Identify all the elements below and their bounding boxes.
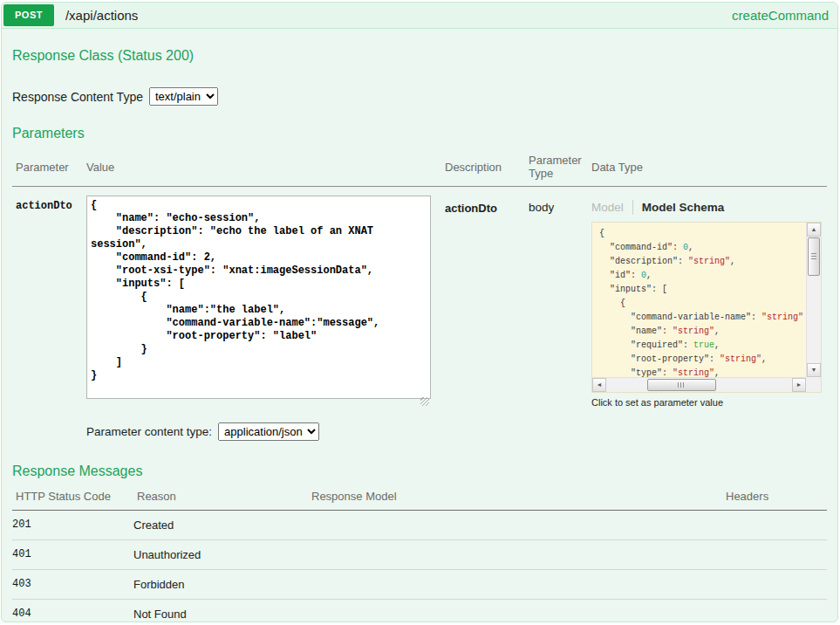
response-class-heading: Response Class (Status 200)	[12, 29, 827, 64]
http-method-badge[interactable]: POST	[3, 4, 54, 26]
scroll-up-icon[interactable]: ▲	[807, 223, 821, 237]
response-content-type-select[interactable]: text/plain	[149, 87, 218, 106]
col-http-status-code: HTTP Status Code	[16, 490, 137, 503]
col-response-model: Response Model	[311, 490, 726, 503]
scroll-down-icon[interactable]: ▼	[807, 363, 821, 377]
response-row: 401Unauthorized	[12, 540, 827, 570]
response-messages-heading: Response Messages	[12, 441, 827, 479]
parameter-value-cell	[86, 196, 431, 408]
parameter-content-type-label: Parameter content type:	[86, 425, 212, 438]
parameter-description: actionDto	[445, 196, 529, 408]
response-model-cell	[308, 548, 722, 561]
headers-cell	[722, 548, 827, 561]
vertical-scroll-thumb[interactable]	[808, 237, 820, 276]
schema-vertical-scrollbar[interactable]: ▲ ▼	[806, 223, 821, 377]
parameter-name: actionDto	[16, 196, 86, 408]
parameter-row: actionDto actionDto body Model Model Sch…	[12, 187, 827, 408]
scroll-left-icon[interactable]: ◄	[592, 378, 606, 392]
col-value: Value	[86, 161, 445, 174]
model-tabs: Model Model Schema	[591, 196, 827, 215]
model-schema-json[interactable]: { "command-id": 0, "description": "strin…	[592, 223, 806, 377]
schema-caption: Click to set as parameter value	[591, 397, 827, 408]
response-rows: 201Created401Unauthorized403Forbidden404…	[12, 511, 827, 622]
headers-cell	[722, 519, 827, 532]
response-row: 404Not Found	[12, 600, 827, 622]
parameter-type-value: body	[529, 196, 591, 408]
response-model-cell	[308, 519, 722, 532]
data-type-cell: Model Model Schema { "command-id": 0, "d…	[591, 196, 827, 408]
tab-divider	[632, 200, 633, 215]
status-code-cell: 201	[12, 519, 133, 532]
col-parameter: Parameter	[16, 161, 86, 174]
parameter-content-type-select[interactable]: application/json	[218, 422, 319, 441]
headers-cell	[722, 608, 827, 621]
response-content-type-row: Response Content Type text/plain	[12, 87, 827, 106]
endpoint-path-link[interactable]: /xapi/actions	[65, 8, 138, 23]
col-reason: Reason	[137, 490, 311, 503]
tab-model[interactable]: Model	[591, 201, 624, 214]
schema-horizontal-scrollbar[interactable]: ◄ ►	[592, 377, 806, 392]
operation-content: Response Class (Status 200) Response Con…	[2, 29, 837, 622]
operation-heading: POST /xapi/actions createCommand	[2, 3, 837, 29]
response-row: 403Forbidden	[12, 570, 827, 600]
tab-model-schema[interactable]: Model Schema	[642, 201, 725, 214]
reason-cell: Not Found	[133, 608, 308, 621]
response-model-cell	[308, 578, 722, 591]
response-content-type-label: Response Content Type	[12, 90, 143, 104]
param-value-textarea[interactable]	[86, 196, 431, 399]
col-data-type: Data Type	[591, 161, 827, 174]
reason-cell: Created	[133, 519, 308, 532]
response-row: 201Created	[12, 511, 827, 540]
horizontal-scroll-thumb[interactable]	[647, 379, 716, 391]
col-description: Description	[445, 161, 529, 174]
scrollbar-corner	[806, 377, 821, 392]
model-schema-snippet[interactable]: { "command-id": 0, "description": "strin…	[591, 222, 822, 393]
operation-nickname-link[interactable]: createCommand	[732, 8, 829, 23]
headers-cell	[722, 578, 827, 591]
status-code-cell: 401	[12, 548, 133, 561]
col-headers: Headers	[726, 490, 827, 503]
response-messages-table-header: HTTP Status Code Reason Response Model H…	[12, 490, 827, 511]
status-code-cell: 404	[12, 608, 133, 621]
horizontal-scroll-track[interactable]	[606, 378, 792, 392]
status-code-cell: 403	[12, 578, 133, 591]
reason-cell: Forbidden	[133, 578, 308, 591]
response-model-cell	[308, 608, 722, 621]
parameter-content-type-row: Parameter content type: application/json	[86, 422, 827, 441]
col-parameter-type: Parameter Type	[529, 154, 591, 180]
api-operation-panel: POST /xapi/actions createCommand Respons…	[1, 2, 838, 622]
parameters-table-header: Parameter Value Description Parameter Ty…	[12, 154, 827, 187]
scroll-right-icon[interactable]: ►	[792, 378, 806, 392]
parameters-heading: Parameters	[12, 106, 827, 141]
reason-cell: Unauthorized	[133, 548, 308, 561]
textarea-resize-handle-icon[interactable]	[420, 397, 429, 406]
